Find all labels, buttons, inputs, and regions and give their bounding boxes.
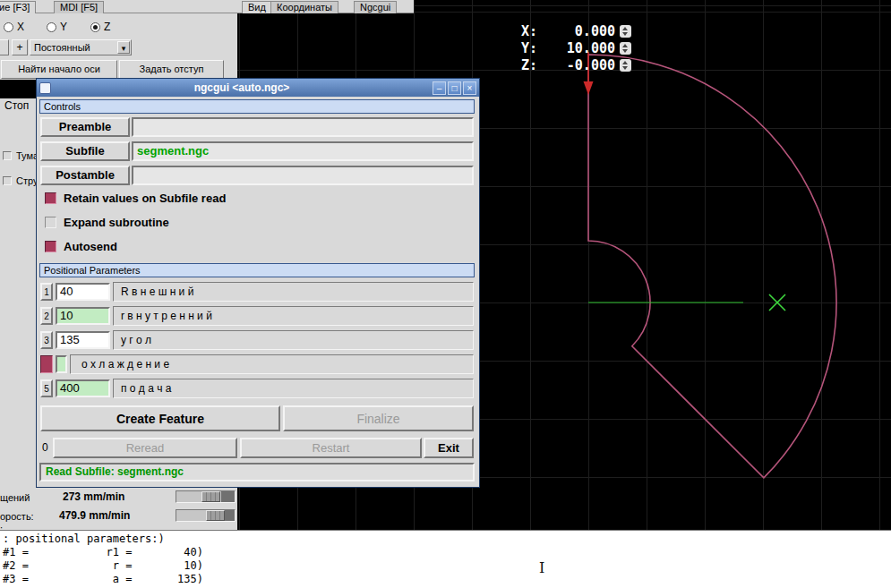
dro-value: 10.000: [539, 40, 615, 56]
home-axis-button[interactable]: Найти начало оси: [1, 60, 117, 79]
tab-ngcgui[interactable]: Ngcgui: [354, 1, 397, 13]
tab-preview[interactable]: Вид: [242, 1, 272, 13]
subfile-button[interactable]: Subfile: [40, 141, 130, 161]
console-line: #1 = r1 = 40): [3, 546, 888, 559]
param-5-label: п о д а ч а: [113, 379, 474, 398]
param-row-4: о х л а ж д е н и е: [37, 354, 479, 374]
tab-manual-control[interactable]: ние [F3]: [0, 1, 36, 13]
axis-y-radio[interactable]: Y: [47, 21, 67, 33]
velocity-value: 479.9 mm/min: [59, 509, 130, 522]
param-3-value: 135: [60, 333, 80, 346]
feed-override-label: щений: [0, 492, 30, 503]
tab-dro[interactable]: Координаты: [270, 1, 338, 13]
param-5-button[interactable]: 5: [40, 379, 53, 397]
tool-x-marker: [769, 294, 785, 311]
retain-values-checkbox[interactable]: Retain values on Subfile read: [37, 192, 226, 205]
checkbox-indicator: [3, 151, 12, 160]
text-cursor: I: [539, 559, 544, 576]
checkbox-label: Autosend: [64, 240, 117, 253]
dro-row-y: Y: 10.000: [506, 40, 631, 56]
param-4-entry[interactable]: [56, 355, 67, 373]
preamble-entry[interactable]: [132, 117, 474, 137]
slider-handle[interactable]: [206, 510, 225, 521]
axis-spinner-icon[interactable]: [620, 42, 631, 55]
controls-frame-label: Controls: [44, 101, 81, 112]
radio-label: X: [17, 21, 24, 33]
param-4-label: о х л а ж д е н и е: [70, 354, 474, 374]
axis-x-radio[interactable]: X: [4, 21, 24, 33]
dialog-body: Controls Preamble Subfile segment.ngc Po…: [37, 97, 479, 488]
set-offset-button[interactable]: Задать отступ: [119, 60, 224, 79]
feed-override-value: 273 mm/min: [63, 490, 124, 503]
flood-checkbox[interactable]: Стру: [3, 175, 38, 186]
radio-indicator: [90, 22, 100, 32]
dro-row-x: X: 0.000: [506, 23, 631, 39]
param-3-button[interactable]: 3: [40, 331, 53, 349]
stop-label: Стоп: [4, 99, 29, 112]
radio-indicator: [4, 22, 13, 32]
param-2-button[interactable]: 2: [40, 307, 53, 325]
preamble-button[interactable]: Preamble: [40, 117, 130, 137]
velocity-slider[interactable]: [176, 509, 236, 522]
mist-checkbox[interactable]: Тума: [3, 150, 39, 161]
param-row-3: 3 135 у г о л: [37, 330, 479, 350]
param-3-entry[interactable]: 135: [56, 331, 110, 349]
param-row-1: 1 40 R в н е ш н и й: [37, 282, 479, 302]
exit-button[interactable]: Exit: [424, 438, 474, 458]
ngcgui-dialog: ngcgui <auto.ngc> – □ × Controls Preambl…: [36, 78, 480, 488]
axis-spinner-icon[interactable]: [620, 25, 631, 38]
reread-button[interactable]: Reread: [53, 438, 237, 458]
feed-override-slider[interactable]: [176, 490, 236, 503]
checkbox-label: Стру: [16, 175, 38, 186]
jog-minus-button[interactable]: [0, 39, 9, 55]
create-feature-button[interactable]: Create Feature: [40, 405, 280, 431]
param-2-entry[interactable]: 10: [56, 307, 110, 325]
maximize-button[interactable]: □: [448, 81, 461, 95]
mdi-history-console[interactable]: : positional parameters:) #1 = r1 = 40) …: [0, 530, 891, 588]
param-2-value: 10: [60, 309, 73, 322]
param-2-label: r в н у т р е н н и й: [113, 306, 474, 326]
jog-mode-combobox[interactable]: Постоянный ▾: [30, 39, 132, 55]
subfile-entry[interactable]: segment.ngc: [132, 141, 474, 161]
param-row-5: 5 400 п о д а ч а: [37, 379, 479, 398]
expand-subroutine-checkbox[interactable]: Expand subroutine: [37, 216, 169, 229]
dro-row-z: Z: -0.000: [506, 57, 631, 73]
dialog-titlebar[interactable]: ngcgui <auto.ngc> – □ ×: [37, 79, 479, 97]
postamble-button[interactable]: Postamble: [40, 166, 130, 185]
checkbox-indicator: [45, 217, 56, 228]
checkbox-indicator: [3, 176, 12, 185]
tab-mdi[interactable]: MDI [F5]: [54, 1, 104, 13]
axis-z-radio[interactable]: Z: [90, 21, 110, 33]
param-1-entry[interactable]: 40: [56, 283, 110, 301]
screen: X: 0.000 Y: 10.000 Z: -0.000 ние [F3] MD…: [0, 0, 891, 588]
param-5-value: 400: [60, 381, 80, 395]
queue-count-label: 0: [42, 441, 48, 454]
jog-plus-button[interactable]: +: [12, 39, 28, 55]
window-icon: [39, 82, 51, 94]
segment-outline: [588, 55, 836, 478]
status-message: Read Subfile: segment.ngc: [39, 463, 475, 481]
finalize-button[interactable]: Finalize: [283, 405, 474, 431]
param-1-value: 40: [60, 285, 73, 298]
restart-button[interactable]: Restart: [240, 438, 422, 458]
autosend-checkbox[interactable]: Autosend: [37, 240, 117, 253]
subfile-row: Subfile segment.ngc: [37, 141, 479, 162]
console-line: #2 = r = 10): [3, 559, 888, 573]
controls-frame-header: Controls: [39, 99, 475, 114]
postamble-entry[interactable]: [132, 166, 474, 185]
start-arrow-head: [584, 81, 594, 95]
radio-label: Y: [60, 21, 67, 33]
radio-indicator: [47, 22, 56, 32]
slider-handle[interactable]: [201, 491, 220, 502]
close-button[interactable]: ×: [463, 81, 476, 95]
minimize-button[interactable]: –: [433, 81, 446, 95]
param-5-entry[interactable]: 400: [56, 379, 110, 397]
console-line: : positional parameters:): [3, 533, 888, 546]
param-4-checkbox[interactable]: [40, 355, 53, 373]
dro-value: 0.000: [539, 23, 615, 39]
dro-axis-label: Z:: [506, 57, 539, 73]
axis-spinner-icon[interactable]: [620, 59, 631, 72]
velocity-label: орость:: [0, 511, 34, 522]
param-1-button[interactable]: 1: [40, 283, 53, 301]
positional-frame-label: Positional Parameters: [44, 265, 141, 276]
